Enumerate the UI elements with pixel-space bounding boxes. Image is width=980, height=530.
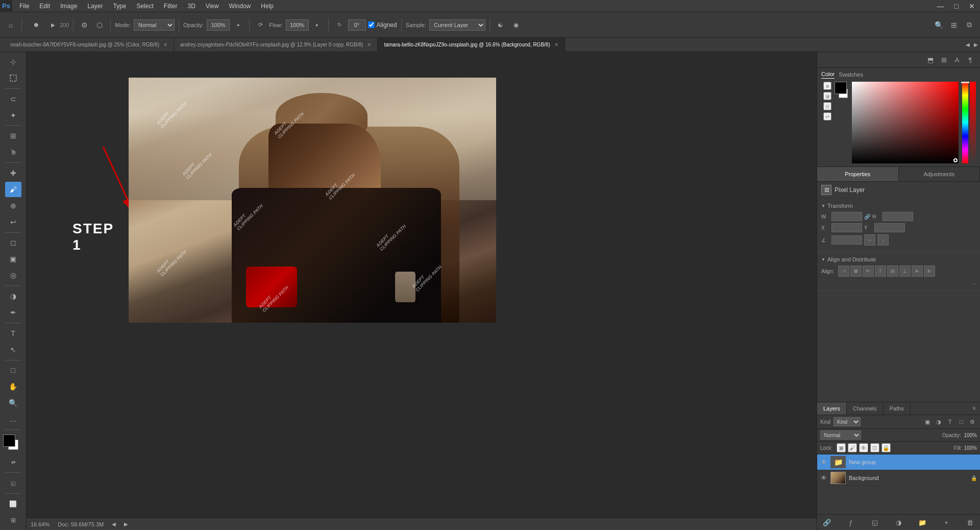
menu-3d[interactable]: 3D	[182, 0, 200, 12]
layer-visibility-bg[interactable]: 👁	[820, 474, 827, 481]
menu-close[interactable]: ✕	[964, 0, 980, 12]
lock-image-btn[interactable]: 🖌	[848, 443, 857, 452]
pixel-filter-btn[interactable]: ▣	[923, 417, 932, 426]
toggle-toggle-btn[interactable]: ⬡	[93, 18, 106, 32]
panel-icon-1[interactable]: ⬒	[924, 53, 937, 66]
menu-layer[interactable]: Layer	[82, 0, 108, 12]
smoothing-btn[interactable]: ⟳	[254, 18, 267, 32]
flow-input[interactable]	[286, 19, 309, 31]
canvas-image[interactable]: ADEPTCLIPPING PATH ADEPTCLIPPING PATH AD…	[129, 78, 496, 323]
transform-title[interactable]: ▼ Transform	[821, 203, 976, 209]
tab-color[interactable]: Color	[821, 71, 835, 79]
tab-swatches[interactable]: Swatches	[839, 71, 863, 79]
align-top-btn[interactable]: ⊤	[875, 266, 886, 277]
status-arrow-left[interactable]: ◀	[112, 521, 116, 527]
status-arrow-right[interactable]: ▶	[124, 521, 128, 527]
menu-select[interactable]: Select	[131, 0, 158, 12]
panel-icon-3[interactable]: A	[950, 53, 964, 66]
shape-tool[interactable]: □	[5, 363, 21, 378]
lock-position-btn[interactable]: ✙	[859, 443, 868, 452]
menu-filter[interactable]: Filter	[159, 0, 183, 12]
blur-tool[interactable]: ◎	[5, 268, 21, 283]
tab-0[interactable]: noah-buscher-8A7fD6Y5VF8-unsplash.jpg @ …	[4, 38, 174, 52]
panel-icon-2[interactable]: ⊞	[937, 53, 950, 66]
dodge-tool[interactable]: ◑	[5, 288, 21, 304]
menu-edit[interactable]: Edit	[34, 0, 55, 12]
flip-h-btn[interactable]: ↔	[864, 234, 875, 246]
add-layer-btn[interactable]: +	[941, 517, 952, 528]
more-options-btn[interactable]: ···	[972, 281, 976, 286]
foreground-color[interactable]	[3, 435, 15, 447]
opacity-toggle-btn[interactable]: ▸	[232, 18, 245, 32]
history-brush-tool[interactable]: ↩	[5, 214, 21, 230]
angle-btn[interactable]: ↻	[333, 18, 346, 32]
type-filter-btn[interactable]: T	[945, 417, 954, 426]
tab-arrange-btn[interactable]: ◀	[964, 38, 972, 52]
pattern-color-btn[interactable]: ⊞	[823, 102, 831, 110]
angle-input[interactable]	[348, 19, 366, 31]
type-tool[interactable]: T	[5, 326, 21, 341]
lasso-tool[interactable]: ⊂	[5, 91, 21, 107]
align-bottom-btn[interactable]: ⊥	[899, 266, 911, 277]
tab-paths[interactable]: Paths	[884, 402, 911, 415]
spot-healing-tool[interactable]: ✚	[5, 165, 21, 181]
brush-tool[interactable]: 🖌	[5, 182, 21, 197]
distribute-v-btn[interactable]: ⊪	[924, 266, 935, 277]
tab-1[interactable]: andrey-zvyagintsev-PdcNOb4IYFs-unsplash.…	[174, 38, 378, 52]
layer-blend-select[interactable]: Normal Multiply Screen	[820, 430, 861, 440]
brush-settings-btn[interactable]: ⚙	[78, 18, 91, 32]
layer-visibility-group[interactable]: 👁	[820, 459, 827, 466]
layer-item-new-group[interactable]: 👁 📁 New group	[817, 454, 980, 470]
arrange-btn[interactable]: ⧉	[963, 18, 976, 32]
layer-item-background[interactable]: 👁 Background 🔒	[817, 470, 980, 486]
more-tools[interactable]: …	[5, 412, 21, 427]
lock-all-btn[interactable]: 🔒	[881, 443, 891, 452]
marquee-tool[interactable]	[5, 70, 21, 86]
eyedropper-tool[interactable]: 🖱	[5, 144, 21, 160]
search-btn[interactable]: 🔍	[932, 18, 945, 32]
aligned-checkbox[interactable]	[368, 21, 375, 28]
tab-1-close[interactable]: ✕	[367, 42, 371, 47]
screen-mode-btn[interactable]: ⬜	[5, 496, 21, 512]
tab-properties[interactable]: Properties	[817, 167, 899, 181]
quick-mask-btn[interactable]: ◱	[5, 475, 21, 491]
menu-file[interactable]: File	[14, 0, 34, 12]
tab-2[interactable]: tamara-bellis-zK8NxpoJZ9o-unsplash.jpg @…	[378, 38, 565, 52]
brush-preset-btn[interactable]: ●	[26, 18, 46, 32]
crop-tool[interactable]: ⊞	[5, 128, 21, 143]
color-gradient-picker[interactable]	[852, 82, 959, 163]
pressure-btn[interactable]: ◉	[509, 18, 523, 32]
align-title[interactable]: ▼ Align and Distribute	[821, 256, 976, 262]
tab-0-close[interactable]: ✕	[163, 42, 167, 47]
menu-minimize[interactable]: —	[932, 0, 949, 12]
lock-artboard-btn[interactable]: ⊡	[870, 443, 879, 452]
fg-swatch[interactable]	[835, 82, 847, 94]
swap-color-btn[interactable]: ⇄	[823, 112, 831, 121]
flip-v-btn[interactable]: ↕	[877, 234, 889, 246]
w-input[interactable]	[831, 212, 862, 221]
add-adjustment-btn[interactable]: ◑	[893, 517, 904, 528]
distribute-h-btn[interactable]: ⊫	[912, 266, 923, 277]
tab-adjustments[interactable]: Adjustments	[899, 167, 981, 181]
delete-layer-btn[interactable]: 🗑	[965, 517, 976, 528]
solid-color-btn[interactable]: ■	[823, 82, 831, 90]
tab-channels[interactable]: Channels	[847, 402, 883, 415]
flow-toggle-btn[interactable]: ▸	[311, 18, 324, 32]
menu-view[interactable]: View	[201, 0, 224, 12]
ignore-adjust-btn[interactable]: ☯	[494, 18, 507, 32]
add-link-btn[interactable]: 🔗	[821, 517, 832, 528]
adjust-filter-btn[interactable]: ◑	[934, 417, 943, 426]
align-left-btn[interactable]: ⊣	[838, 266, 849, 277]
add-mask-btn[interactable]: ◱	[869, 517, 880, 528]
alpha-bar[interactable]	[970, 82, 976, 163]
sample-select[interactable]: Current Layer All Layers	[429, 19, 485, 31]
h-input[interactable]	[883, 212, 913, 221]
x-input[interactable]	[831, 223, 862, 232]
toggle-airbrush-btn[interactable]: ▸	[48, 18, 58, 32]
tab-layers[interactable]: Layers	[817, 402, 847, 415]
path-selection-tool[interactable]: ↖	[5, 342, 21, 357]
panel-icon-4[interactable]: ¶	[964, 53, 977, 66]
layers-panel-menu[interactable]: ≡	[969, 402, 980, 414]
zoom-tool[interactable]: 🔍	[5, 395, 21, 411]
hand-tool[interactable]: ✋	[5, 379, 21, 394]
